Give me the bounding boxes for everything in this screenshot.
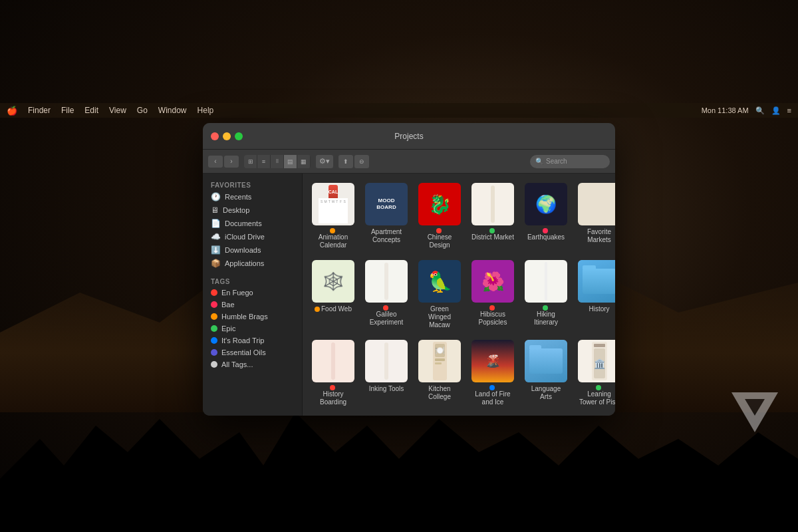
view-icon-btn[interactable]: ⊞ [244,155,257,168]
minimize-button[interactable] [223,132,231,140]
sidebar-item-downloads[interactable]: ⬇️ Downloads [203,243,302,257]
view-buttons: ⊞ ≡ ⫴ ▤ ▦ [244,155,311,168]
file-apartment[interactable]: MOODBOARD Apartment Concepts [362,180,410,252]
file-thumb-hiking [525,260,567,303]
file-landoffire[interactable]: 🌋 Land of Fire and Ice [469,337,517,409]
file-thumb-district [471,183,514,225]
sidebar-tag-essentialoils[interactable]: Essential Oils [203,346,302,358]
menubar: 🍎 Finder File Edit View Go Window Help M… [0,103,798,118]
menu-view[interactable]: View [109,106,126,115]
file-neonskies[interactable]: NEON SKIES Neon Skies [469,414,517,416]
sidebar-tag-alltags[interactable]: All Tags... [203,358,302,370]
file-languagearts[interactable]: Language Arts [522,337,570,409]
tag-dot-leaningtower [596,385,601,390]
maximize-button[interactable] [235,132,243,140]
view-list-btn[interactable]: ≡ [257,155,271,168]
documents-icon: 📄 [211,219,221,228]
arrange-tag-btn[interactable]: ⊖ [354,155,369,168]
file-name-foodweb: Food Web [321,305,352,313]
file-chinese[interactable]: 🐉 Chinese Design [416,180,464,252]
file-label-apartment: Apartment Concepts [365,228,408,244]
menu-help[interactable]: Help [198,106,214,115]
file-name-landoffire: Land of Fire and Ice [471,390,514,406]
file-hiking[interactable]: Hiking Itinerary [522,257,570,332]
apple-logo-icon[interactable]: 🍎 [7,106,17,116]
tag-dot-historyboarding [330,385,335,390]
file-historyboarding[interactable]: History Boarding [309,337,357,409]
applications-icon: 📦 [211,259,221,268]
file-skateparks[interactable]: 🛹 Most popular Skate Parks [362,414,410,416]
view-columns-btn[interactable]: ⫴ [271,155,284,168]
file-macaw[interactable]: 🦜 Green Winged Macaw [416,257,464,332]
file-foodweb[interactable]: 🕸️ Food Web [309,257,357,332]
file-kitchen[interactable]: 🍽️ Kitchen College [416,337,464,409]
menu-extras-icon[interactable]: ≡ [787,106,791,114]
sidebar-item-icloud[interactable]: ☁️ iCloud Drive [203,230,302,243]
file-thumb-apartment: MOODBOARD [365,183,408,225]
file-label-hibiscus: Hibiscus Popsicles [471,305,514,327]
gear-button[interactable]: ⚙▾ [316,155,333,168]
tag-dot-earthquakes [543,228,548,233]
file-label-galileo: Galileo Experiment [365,305,408,327]
file-thumb-foodweb: 🕸️ [312,260,354,303]
menu-file[interactable]: File [61,106,74,115]
file-name-earthquakes: Earthquakes [527,233,565,241]
file-animation-calendar[interactable]: CAL SMTWTFS Animation Calendar [309,180,357,252]
menu-finder[interactable]: Finder [28,106,51,115]
sidebar-tag-humble[interactable]: Humble Brags [203,311,302,323]
sidebar-tag-enfuego[interactable]: En Fuego [203,287,302,299]
search-box[interactable]: 🔍 Search [530,155,610,168]
file-name-kitchen: Kitchen College [418,385,461,401]
view-gallery-btn[interactable]: ▤ [284,155,297,168]
file-hibiscus[interactable]: 🌺 Hibiscus Popsicles [469,257,517,332]
file-history[interactable]: History [575,257,615,332]
file-label-history: History [589,305,609,313]
audience-silhouette [0,399,798,532]
file-galileo[interactable]: Galileo Experiment [362,257,410,332]
sidebar-item-documents[interactable]: 📄 Documents [203,217,302,230]
menu-go[interactable]: Go [137,106,148,115]
back-button[interactable]: ‹ [208,156,223,168]
file-label-district: District Market [471,228,514,241]
sidebar-item-recents[interactable]: 🕐 Recents [203,190,302,203]
sidebar-item-applications[interactable]: 📦 Applications [203,257,302,270]
file-label-chinese: Chinese Design [418,228,461,249]
arrange-share-btn[interactable]: ⬆ [338,155,353,168]
menu-window[interactable]: Window [158,106,187,115]
file-thumb-landoffire: 🌋 [471,340,514,382]
forward-button[interactable]: › [224,156,239,168]
file-label-hiking: Hiking Itinerary [525,305,567,327]
tag-dot-chinese [436,228,442,233]
close-button[interactable] [211,132,219,140]
sidebar-recents-label: Recents [225,193,251,201]
enfuego-dot [211,289,217,296]
essentialoils-dot [211,349,217,356]
files-grid: CAL SMTWTFS Animation Calendar MOODB [309,180,608,416]
sidebar-tag-roadtrip[interactable]: It's Road Trip [203,334,302,346]
sidebar-item-desktop[interactable]: 🖥 Desktop [203,203,302,217]
sidebar-tag-bae[interactable]: Bae [203,299,302,311]
file-name-district: District Market [471,233,514,241]
file-inkingtools[interactable]: Inking Tools [362,337,410,409]
favorites-section-title: Favorites [203,179,302,190]
file-newyork[interactable]: 🗽 New York [522,414,570,416]
file-thumb-leaningtower: 🏛️ [578,340,615,382]
view-cover-btn[interactable]: ▦ [297,155,311,168]
file-earthquakes[interactable]: 🌍 Earthquakes [522,180,570,252]
file-mammals[interactable]: 🦁 Mammals in Africa [309,414,357,416]
file-nightsky[interactable]: 🌌 Night Sky [575,414,615,416]
menu-edit[interactable]: Edit [84,106,98,115]
file-thumb-galileo [365,260,408,303]
user-icon[interactable]: 👤 [771,106,781,115]
file-name-chinese: Chinese Design [418,233,461,249]
file-naturalhistory[interactable]: 🌿 Natural History [416,414,464,416]
sidebar-tag-epic[interactable]: Epic [203,323,302,334]
file-district[interactable]: District Market [469,180,517,252]
tag-dot-district [489,228,495,233]
sidebar-downloads-label: Downloads [225,246,261,254]
search-icon[interactable]: 🔍 [755,106,765,115]
file-favmarkets[interactable]: Favorite Markets [575,180,615,252]
tag-dot-hibiscus [489,305,495,311]
window-title: Projects [394,132,423,141]
file-leaningtower[interactable]: 🏛️ Leaning Tower of Pisa [575,337,615,409]
